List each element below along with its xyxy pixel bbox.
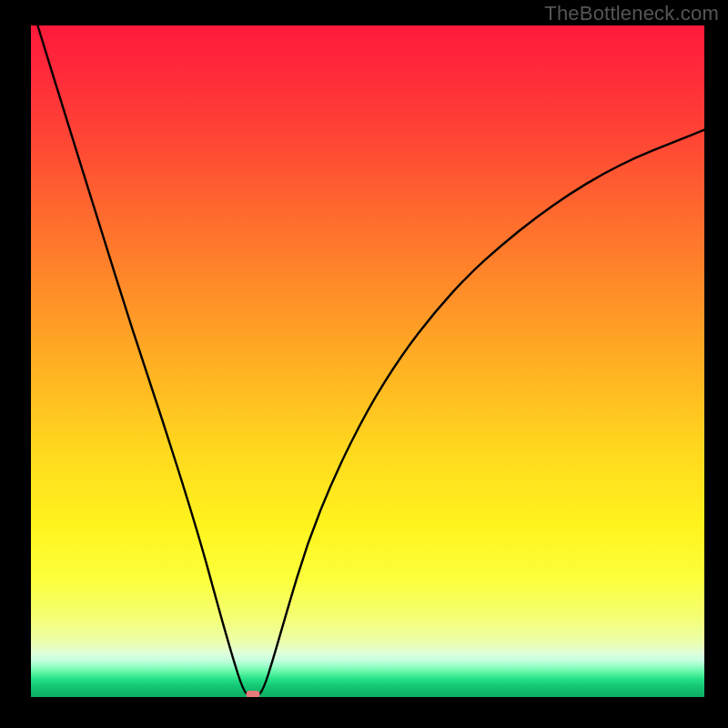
bottleneck-curve-path: [37, 25, 704, 697]
chart-plot-area: [31, 25, 704, 699]
chart-curve-svg: [31, 25, 704, 699]
watermark-text: TheBottleneck.com: [544, 2, 719, 25]
chart-baseline: [31, 697, 704, 699]
